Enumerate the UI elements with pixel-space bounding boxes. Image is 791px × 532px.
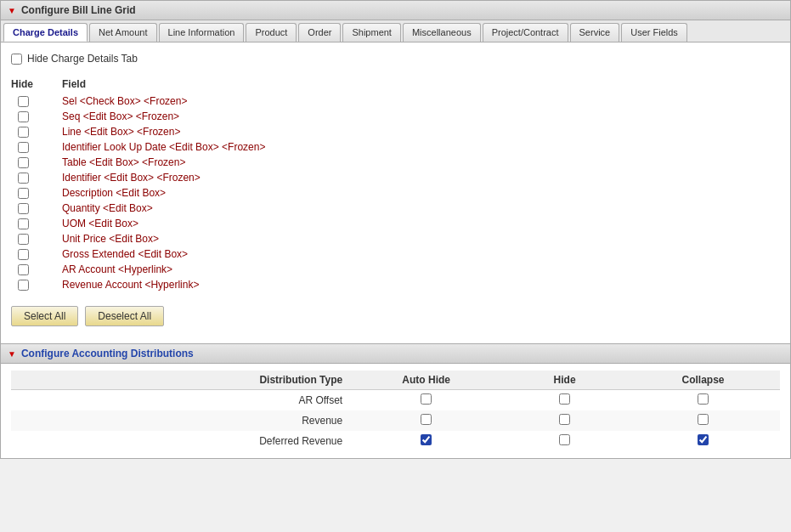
field-label-uom: UOM <Edit Box> (62, 218, 138, 229)
tab-net-amount[interactable]: Net Amount (89, 23, 156, 42)
auto-hide-header: Auto Hide (349, 371, 503, 390)
field-checkbox-identifier[interactable] (18, 173, 29, 184)
field-label-line: Line <Edit Box> <Frozen> (62, 126, 180, 138)
field-checkbox-cell-line (11, 127, 62, 138)
dist-collapse-cell (626, 410, 780, 431)
header-field: Field (62, 78, 86, 90)
tab-charge-details[interactable]: Charge Details (3, 23, 88, 42)
field-checkbox-ar-account[interactable] (18, 264, 29, 275)
title-bar: ▼ Configure Bill Line Grid (1, 1, 790, 20)
collapse-icon[interactable]: ▼ (8, 6, 16, 15)
fields-header: Hide Field (11, 76, 780, 93)
dist-autohide-checkbox[interactable] (421, 434, 432, 445)
buttons-row: Select All Deselect All (11, 301, 780, 331)
field-label-description: Description <Edit Box> (62, 187, 166, 199)
field-row-unit-price: Unit Price <Edit Box> (11, 231, 780, 246)
field-checkbox-line[interactable] (18, 127, 29, 138)
dist-collapse-cell (626, 431, 780, 451)
field-label-identifier: Identifier <Edit Box> <Frozen> (62, 172, 201, 184)
tab-product[interactable]: Product (246, 23, 297, 42)
tab-project-contract[interactable]: Project/Contract (483, 23, 568, 42)
field-checkbox-cell-identifier-lookup (11, 142, 62, 153)
field-checkbox-cell-unit-price (11, 234, 62, 245)
tab-shipment[interactable]: Shipment (342, 23, 400, 42)
field-checkbox-description[interactable] (18, 188, 29, 199)
dist-hide-cell (503, 431, 626, 451)
field-checkbox-seq[interactable] (18, 111, 29, 122)
field-checkbox-cell-identifier (11, 173, 62, 184)
dist-type-header: Distribution Type (11, 371, 349, 390)
dist-autohide-checkbox[interactable] (421, 414, 432, 425)
field-checkbox-cell-quantity (11, 203, 62, 214)
dist-collapse-checkbox[interactable] (698, 393, 709, 405)
field-checkbox-cell-gross-extended (11, 249, 62, 260)
field-label-quantity: Quantity <Edit Box> (62, 202, 153, 214)
field-label-revenue-account: Revenue Account <Hyperlink> (62, 279, 199, 291)
select-all-button[interactable]: Select All (11, 306, 78, 326)
field-label-gross-extended: Gross Extended <Edit Box> (62, 248, 188, 260)
dist-type-cell: Revenue (11, 410, 349, 431)
distribution-row: AR Offset (11, 390, 780, 411)
fields-list: Sel <Check Box> <Frozen>Seq <Edit Box> <… (11, 93, 780, 292)
field-row-seq: Seq <Edit Box> <Frozen> (11, 109, 780, 124)
field-checkbox-cell-uom (11, 218, 62, 229)
content-area: Hide Charge Details Tab Hide Field Sel <… (1, 42, 790, 338)
dist-hide-cell (503, 390, 626, 411)
field-checkbox-unit-price[interactable] (18, 234, 29, 245)
dist-hide-cell (503, 410, 626, 431)
dist-hide-checkbox[interactable] (559, 434, 570, 445)
distribution-row: Revenue (11, 410, 780, 431)
field-checkbox-revenue-account[interactable] (18, 280, 29, 291)
hide-header: Hide (503, 371, 626, 390)
tab-service[interactable]: Service (570, 23, 620, 42)
field-row-ar-account: AR Account <Hyperlink> (11, 262, 780, 277)
field-row-identifier: Identifier <Edit Box> <Frozen> (11, 170, 780, 185)
dist-collapse-checkbox[interactable] (698, 434, 709, 445)
dist-collapse-cell (626, 390, 780, 411)
field-label-seq: Seq <Edit Box> <Frozen> (62, 110, 179, 122)
field-label-sel: Sel <Check Box> <Frozen> (62, 95, 187, 107)
dist-collapse-checkbox[interactable] (698, 414, 709, 425)
field-label-unit-price: Unit Price <Edit Box> (62, 233, 159, 245)
tab-miscellaneous[interactable]: Miscellaneous (403, 23, 481, 42)
field-row-sel: Sel <Check Box> <Frozen> (11, 93, 780, 109)
hide-tab-label: Hide Charge Details Tab (27, 53, 138, 65)
distribution-row: Deferred Revenue (11, 431, 780, 451)
field-row-line: Line <Edit Box> <Frozen> (11, 124, 780, 139)
field-row-table: Table <Edit Box> <Frozen> (11, 155, 780, 170)
field-row-quantity: Quantity <Edit Box> (11, 201, 780, 216)
tab-line-information[interactable]: Line Information (159, 23, 245, 42)
field-checkbox-cell-revenue-account (11, 280, 62, 291)
tabs-container: Charge DetailsNet AmountLine Information… (1, 20, 790, 42)
field-checkbox-uom[interactable] (18, 218, 29, 229)
dist-hide-checkbox[interactable] (559, 393, 570, 405)
field-checkbox-cell-table (11, 157, 62, 168)
field-checkbox-identifier-lookup[interactable] (18, 142, 29, 153)
dist-autohide-cell (349, 431, 503, 451)
deselect-all-button[interactable]: Deselect All (85, 306, 164, 326)
field-checkbox-cell-sel (11, 96, 62, 107)
hide-tab-checkbox[interactable] (11, 54, 22, 65)
collapse-header: Collapse (626, 371, 780, 390)
field-row-identifier-lookup: Identifier Look Up Date <Edit Box> <Froz… (11, 139, 780, 155)
dist-autohide-cell (349, 390, 503, 411)
hide-tab-row: Hide Charge Details Tab (11, 49, 780, 68)
tab-user-fields[interactable]: User Fields (621, 23, 687, 42)
field-row-uom: UOM <Edit Box> (11, 216, 780, 231)
accounting-collapse-icon[interactable]: ▼ (8, 349, 16, 359)
field-checkbox-cell-description (11, 188, 62, 199)
distributions-container: Distribution Type Auto Hide Hide Collaps… (1, 364, 790, 458)
dist-autohide-cell (349, 410, 503, 431)
field-checkbox-cell-ar-account (11, 264, 62, 275)
field-checkbox-gross-extended[interactable] (18, 249, 29, 260)
tab-order[interactable]: Order (298, 23, 341, 42)
field-row-revenue-account: Revenue Account <Hyperlink> (11, 277, 780, 292)
field-checkbox-table[interactable] (18, 157, 29, 168)
distributions-table: Distribution Type Auto Hide Hide Collaps… (11, 371, 780, 451)
field-checkbox-quantity[interactable] (18, 203, 29, 214)
field-label-ar-account: AR Account <Hyperlink> (62, 263, 172, 275)
dist-autohide-checkbox[interactable] (421, 393, 432, 405)
field-label-table: Table <Edit Box> <Frozen> (62, 156, 185, 168)
dist-hide-checkbox[interactable] (559, 414, 570, 425)
field-checkbox-sel[interactable] (18, 96, 29, 107)
